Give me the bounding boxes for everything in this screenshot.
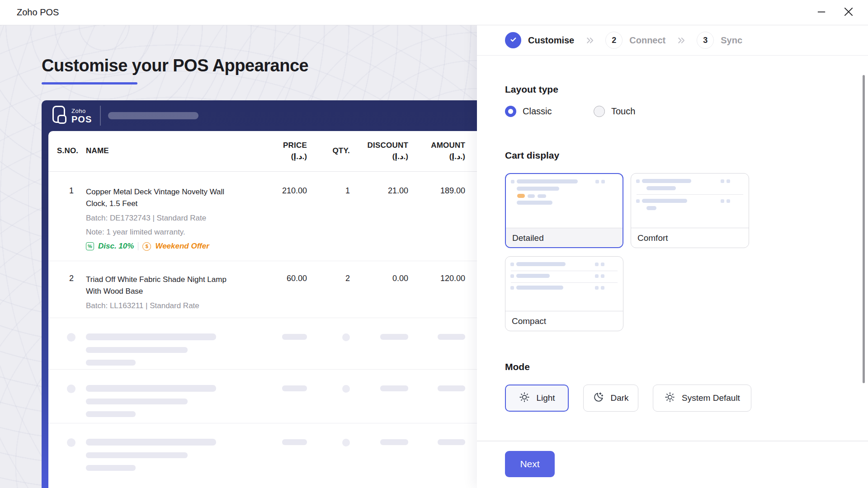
sun-moon-icon bbox=[664, 391, 676, 405]
brand-wordmark: Zoho POS bbox=[71, 108, 92, 124]
cart-display-option-detailed[interactable]: Detailed bbox=[505, 173, 623, 248]
cart-option-label: Comfort bbox=[631, 228, 749, 248]
moon-icon bbox=[593, 391, 604, 405]
mode-option-light[interactable]: Light bbox=[505, 385, 569, 412]
skeleton-row bbox=[48, 423, 477, 488]
item-tags: % Disc. 10% $ Weekend Offer bbox=[86, 242, 262, 251]
col-discount: DISCOUNT(د.إ.) bbox=[350, 131, 408, 171]
step-number: 3 bbox=[697, 32, 714, 49]
title-underline bbox=[42, 82, 137, 84]
discount-badge-icon: % bbox=[86, 242, 94, 250]
item-note: Note: 1 year limited warranty. bbox=[86, 227, 262, 238]
row-qty: 2 bbox=[307, 261, 350, 318]
row-item: Copper Metal Deck Vintage Novelty Wall C… bbox=[86, 172, 262, 261]
mode-options: Light Dark System Default bbox=[505, 385, 751, 412]
cart-display-option-compact[interactable]: Compact bbox=[505, 256, 623, 331]
table-header-row: S.NO. NAME PRICE(د.إ.) QTY. DISCOUNT(د.إ… bbox=[48, 131, 477, 172]
skeleton-row bbox=[48, 370, 477, 423]
cart-display-option-comfort[interactable]: Comfort bbox=[631, 173, 749, 248]
zoho-pos-logo-icon bbox=[52, 106, 67, 126]
mode-option-system-default[interactable]: System Default bbox=[653, 385, 751, 412]
step-label: Customise bbox=[528, 35, 574, 46]
item-name: Triad Off White Fabric Shade Night Lamp … bbox=[86, 274, 237, 297]
radio-label: Touch bbox=[611, 106, 635, 117]
mode-label: Light bbox=[536, 393, 555, 403]
window-titlebar: Zoho POS bbox=[0, 0, 868, 25]
row-price: 60.00 bbox=[262, 261, 307, 318]
step-label: Sync bbox=[721, 35, 742, 46]
layout-type-heading: Layout type bbox=[505, 84, 558, 95]
cart-table: S.NO. NAME PRICE(د.إ.) QTY. DISCOUNT(د.إ… bbox=[48, 131, 477, 488]
col-qty: QTY. bbox=[307, 131, 350, 171]
next-button[interactable]: Next bbox=[505, 451, 555, 477]
close-button[interactable] bbox=[842, 6, 855, 19]
cart-option-label: Detailed bbox=[506, 228, 623, 248]
window-controls bbox=[815, 6, 868, 19]
step-customise[interactable]: Customise bbox=[505, 32, 574, 48]
step-connect[interactable]: 2 Connect bbox=[605, 32, 665, 49]
table-row: 1 Copper Metal Deck Vintage Novelty Wall… bbox=[48, 172, 477, 261]
row-discount: 21.00 bbox=[350, 172, 408, 261]
step-done-circle bbox=[505, 32, 521, 48]
item-batch: Batch: LL163211 | Standard Rate bbox=[86, 300, 262, 311]
radio-label: Classic bbox=[523, 106, 552, 117]
pos-preview-card: Zoho POS S.NO. NAME PRICE(د.إ.) QTY. DIS… bbox=[42, 100, 477, 488]
row-sno: 1 bbox=[57, 172, 86, 261]
row-amount: 120.00 bbox=[408, 261, 465, 318]
col-amount: AMOUNT(د.إ.) bbox=[408, 131, 465, 171]
double-chevron-icon bbox=[676, 36, 686, 45]
compact-preview-thumbnail bbox=[505, 257, 623, 311]
header-divider bbox=[100, 106, 101, 126]
col-name: NAME bbox=[86, 131, 262, 171]
setup-stepper: Customise 2 Connect 3 Sync bbox=[477, 25, 868, 56]
layout-radio-touch[interactable]: Touch bbox=[594, 106, 635, 117]
page-title: Customise your POS Appearance bbox=[42, 56, 308, 75]
radio-selected-icon bbox=[505, 106, 516, 117]
table-row: 2 Triad Off White Fabric Shade Night Lam… bbox=[48, 261, 477, 318]
mode-label: Dark bbox=[610, 393, 628, 403]
col-sno: S.NO. bbox=[57, 131, 86, 171]
radio-unselected-icon bbox=[594, 106, 605, 117]
mode-option-dark[interactable]: Dark bbox=[583, 385, 638, 412]
sun-icon bbox=[519, 391, 530, 405]
window-title: Zoho POS bbox=[17, 7, 59, 18]
tag-separator bbox=[138, 242, 138, 250]
panel-scrollbar[interactable] bbox=[863, 75, 865, 383]
offer-tag: Weekend Offer bbox=[155, 242, 209, 251]
cart-display-heading: Cart display bbox=[505, 150, 559, 161]
brand-zoho-text: Zoho bbox=[71, 108, 92, 114]
row-sno: 2 bbox=[57, 261, 86, 318]
customise-panel: Customise 2 Connect 3 Sync Layout type C… bbox=[477, 25, 868, 488]
pos-preview-header: Zoho POS bbox=[42, 100, 477, 131]
item-name: Copper Metal Deck Vintage Novelty Wall C… bbox=[86, 186, 237, 210]
layout-radio-classic[interactable]: Classic bbox=[505, 106, 552, 117]
brand-pos-text: POS bbox=[71, 115, 92, 124]
row-item: Triad Off White Fabric Shade Night Lamp … bbox=[86, 261, 262, 318]
minimize-button[interactable] bbox=[815, 6, 828, 19]
row-discount: 0.00 bbox=[350, 261, 408, 318]
step-number: 2 bbox=[605, 32, 623, 49]
footer-divider bbox=[477, 441, 868, 441]
row-amount: 189.00 bbox=[408, 172, 465, 261]
close-icon bbox=[843, 6, 854, 19]
col-price: PRICE(د.إ.) bbox=[262, 131, 307, 171]
detailed-preview-thumbnail bbox=[506, 174, 623, 228]
mode-label: System Default bbox=[682, 393, 740, 403]
mode-heading: Mode bbox=[505, 361, 530, 372]
check-icon bbox=[509, 36, 517, 45]
comfort-preview-thumbnail bbox=[631, 174, 749, 228]
row-price: 210.00 bbox=[262, 172, 307, 261]
header-skeleton-pill bbox=[108, 112, 198, 119]
double-chevron-icon bbox=[585, 36, 594, 45]
discount-tag: Disc. 10% bbox=[98, 242, 134, 251]
row-qty: 1 bbox=[307, 172, 350, 261]
step-sync[interactable]: 3 Sync bbox=[697, 32, 742, 49]
item-batch: Batch: DE1732743 | Standard Rate bbox=[86, 213, 262, 224]
minimize-icon bbox=[816, 6, 827, 19]
skeleton-row bbox=[48, 318, 477, 370]
cart-option-label: Compact bbox=[505, 311, 623, 331]
step-label: Connect bbox=[629, 35, 665, 46]
offer-coin-icon: $ bbox=[142, 242, 151, 251]
